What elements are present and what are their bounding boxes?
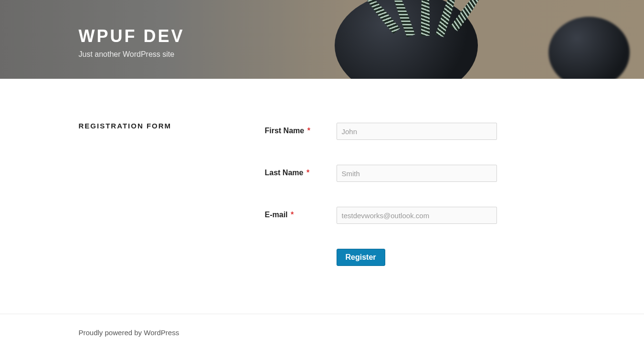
site-tagline: Just another WordPress site [79, 50, 566, 59]
required-indicator: * [306, 169, 309, 177]
last-name-input[interactable] [337, 165, 497, 182]
first-name-label-text: First Name [265, 127, 305, 135]
first-name-input[interactable] [337, 123, 497, 140]
required-indicator: * [291, 211, 294, 219]
footer-powered-by-link[interactable]: Proudly powered by WordPress [79, 328, 179, 337]
email-label: E-mail * [265, 207, 337, 219]
field-last-name: Last Name * [265, 165, 566, 182]
field-first-name: First Name * [265, 123, 566, 140]
last-name-label-text: Last Name [265, 169, 304, 177]
email-input[interactable] [337, 207, 497, 224]
site-header: WPUF DEV Just another WordPress site [0, 0, 644, 79]
page-title: REGISTRATION FORM [79, 122, 232, 130]
page-sidebar: REGISTRATION FORM [79, 122, 232, 266]
field-email: E-mail * [265, 207, 566, 224]
register-button[interactable]: Register [337, 249, 385, 266]
submit-row: Register [265, 249, 566, 266]
required-indicator: * [307, 127, 310, 135]
email-label-text: E-mail [265, 211, 288, 219]
site-footer: Proudly powered by WordPress [0, 314, 644, 339]
last-name-label: Last Name * [265, 165, 337, 177]
registration-form: First Name * Last Name * E-mail * Regist… [265, 122, 566, 266]
page-content: REGISTRATION FORM First Name * Last Name… [60, 79, 585, 314]
site-title[interactable]: WPUF DEV [79, 26, 566, 46]
first-name-label: First Name * [265, 123, 337, 135]
